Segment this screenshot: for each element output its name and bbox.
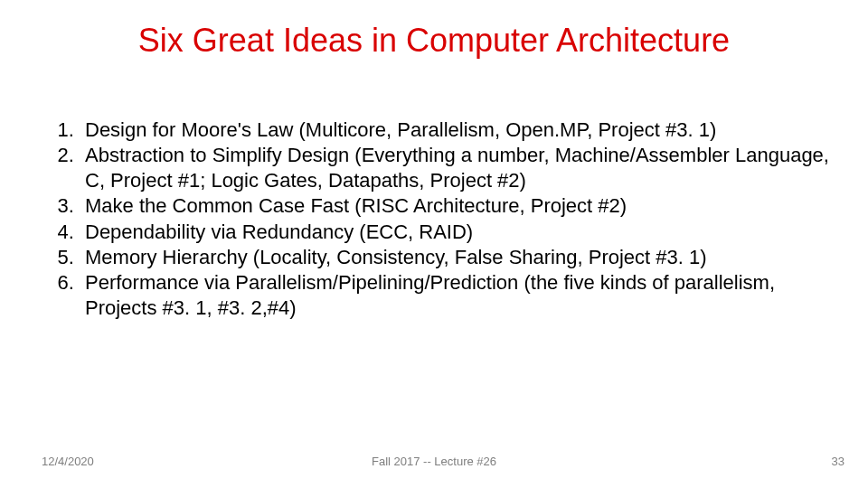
list-item: Memory Hierarchy (Locality, Consistency,… [80, 245, 835, 270]
footer-lecture: Fall 2017 -- Lecture #26 [0, 455, 868, 468]
slide-title: Six Great Ideas in Computer Architecture [0, 22, 868, 60]
slide: Six Great Ideas in Computer Architecture… [0, 0, 868, 488]
list-item: Dependability via Redundancy (ECC, RAID) [80, 220, 835, 245]
ideas-list: Design for Moore's Law (Multicore, Paral… [34, 117, 835, 321]
list-item: Design for Moore's Law (Multicore, Paral… [80, 117, 835, 143]
list-item: Performance via Parallelism/Pipelining/P… [80, 270, 835, 321]
slide-body: Design for Moore's Law (Multicore, Paral… [34, 117, 835, 321]
footer-page-number: 33 [832, 455, 844, 468]
list-item: Abstraction to Simplify Design (Everythi… [80, 143, 835, 193]
list-item: Make the Common Case Fast (RISC Architec… [80, 193, 835, 219]
